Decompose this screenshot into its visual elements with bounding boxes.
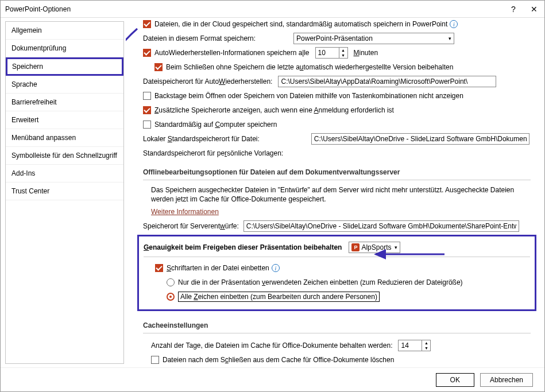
spin-down-icon[interactable]: ▼ — [339, 53, 347, 58]
local-default-loc-row: Lokaler Standardspeicherort für Datei: — [143, 133, 531, 145]
section-fidelity-heading-row: Genauigkeit beim Freigeben dieser Präsen… — [144, 242, 530, 257]
cache-days-spinner[interactable]: ▲▼ — [398, 340, 431, 351]
personal-templates-label: Standardspeicherort für persönliche Vorl… — [143, 149, 283, 157]
dialog-footer: OK Abbrechen — [1, 367, 544, 391]
save-format-value: PowerPoint-Präsentation — [296, 34, 373, 42]
chevron-down-icon: ▾ — [395, 244, 397, 250]
dialog-title: PowerPoint-Optionen — [5, 5, 503, 13]
delete-on-close-label: Dateien nach dem Schließen aus dem Cache… — [163, 356, 394, 364]
save-to-computer-row: Standardmäßig auf Computer speichern — [143, 118, 531, 131]
more-info-row: Weitere Informationen — [151, 205, 531, 218]
show-additional-row: Zusätzliche Speicherorte anzeigen, auch … — [143, 104, 531, 117]
ok-button[interactable]: OK — [436, 373, 474, 387]
cancel-button[interactable]: Abbrechen — [480, 373, 533, 387]
server-drafts-label: Speicherort für Serverentwürfe: — [143, 222, 239, 230]
powerpoint-icon: P — [351, 243, 360, 251]
sidebar-item-accessibility[interactable]: Barrierefreiheit — [6, 94, 123, 111]
autorecover-loc-input[interactable] — [278, 76, 496, 87]
keep-last-autosave-row: Beim Schließen ohne Speichern die letzte… — [154, 61, 531, 73]
title-bar: PowerPoint-Optionen ? ✕ — [1, 1, 544, 18]
no-backstage-row: Backstage beim Öffnen oder Speichern von… — [143, 90, 531, 102]
sidebar-item-addins[interactable]: Add-Ins — [6, 165, 123, 183]
cloud-autosave-row: Dateien, die in der Cloud gespeichert si… — [143, 20, 531, 30]
embed-fonts-checkbox[interactable] — [155, 264, 163, 272]
help-button[interactable]: ? — [503, 1, 524, 18]
autorecover-minutes-spinner[interactable]: ▲▼ — [315, 47, 348, 59]
sidebar-item-ribbon[interactable]: Menüband anpassen — [6, 129, 123, 147]
no-backstage-label: Backstage beim Öffnen oder Speichern von… — [154, 92, 463, 100]
local-default-loc-label: Lokaler Standardspeicherort für Datei: — [143, 135, 260, 143]
embed-all-row: Alle Zeichen einbetten (zum Bearbeiten d… — [167, 290, 530, 303]
section-fidelity-heading: Genauigkeit beim Freigeben dieser Präsen… — [144, 243, 342, 251]
delete-on-close-checkbox[interactable] — [151, 356, 159, 364]
server-drafts-row: Speicherort für Serverentwürfe: — [143, 220, 531, 232]
embed-only-used-row: Nur die in der Präsentation verwendeten … — [167, 276, 530, 289]
options-sidebar: Allgemein Dokumentprüfung Speichern Spra… — [5, 21, 124, 364]
embed-only-used-radio[interactable] — [167, 278, 175, 286]
section-offline-heading: Offlinebearbeitungsoptionen für Dateien … — [143, 161, 531, 180]
spin-up-icon[interactable]: ▲ — [422, 340, 430, 346]
delete-on-close-row: Dateien nach dem Schließen aus dem Cache… — [151, 354, 531, 366]
keep-last-autosave-checkbox[interactable] — [154, 63, 163, 71]
spin-down-icon[interactable]: ▼ — [422, 346, 430, 351]
embed-fonts-label: Schriftarten in der Datei einbetten — [167, 264, 269, 272]
chevron-down-icon: ▾ — [449, 36, 451, 41]
embed-all-radio[interactable] — [167, 293, 175, 301]
autorecover-loc-row: Dateispeicherort für AutoWiederherstelle… — [143, 75, 531, 88]
save-format-label: Dateien in diesem Format speichern: — [143, 34, 256, 42]
save-format-row: Dateien in diesem Format speichern: Powe… — [143, 32, 531, 45]
save-format-dropdown[interactable]: PowerPoint-Präsentation ▾ — [293, 33, 454, 44]
options-content: Dateien, die in der Cloud gespeichert si… — [126, 20, 544, 367]
info-icon[interactable]: i — [450, 20, 458, 28]
cache-days-row: Anzahl der Tage, die Dateien im Cache fü… — [151, 339, 531, 352]
sidebar-item-general[interactable]: Allgemein — [6, 22, 123, 40]
info-icon[interactable]: i — [272, 264, 280, 272]
spin-up-icon[interactable]: ▲ — [339, 48, 347, 53]
save-to-computer-label: Standardmäßig auf Computer speichern — [154, 121, 277, 129]
embed-fonts-row: Schriftarten in der Datei einbetten i — [155, 262, 530, 274]
autorecover-minutes-input[interactable] — [315, 47, 339, 59]
show-additional-label: Zusätzliche Speicherorte anzeigen, auch … — [154, 106, 394, 114]
server-drafts-input[interactable] — [243, 220, 519, 232]
save-to-computer-checkbox[interactable] — [143, 121, 151, 129]
cache-days-label: Anzahl der Tage, die Dateien im Cache fü… — [151, 341, 392, 350]
cache-days-input[interactable] — [398, 340, 422, 351]
sidebar-item-quickaccess[interactable]: Symbolleiste für den Schnellzugriff — [6, 147, 123, 165]
personal-templates-row: Standardspeicherort für persönliche Vorl… — [143, 147, 531, 160]
close-button[interactable]: ✕ — [524, 1, 544, 18]
cloud-autosave-label: Dateien, die in der Cloud gespeichert si… — [154, 20, 447, 28]
show-additional-checkbox[interactable] — [143, 106, 151, 114]
no-backstage-checkbox[interactable] — [143, 92, 151, 100]
autorecover-row: AutoWiederherstellen-Informationen speic… — [143, 46, 531, 59]
embed-all-label: Alle Zeichen einbetten (zum Bearbeiten d… — [178, 292, 380, 302]
section-cache-heading: Cacheeinstellungen — [143, 315, 531, 333]
more-info-link[interactable]: Weitere Informationen — [151, 208, 219, 216]
fidelity-presentation-dropdown[interactable]: P AlpSports ▾ — [349, 242, 400, 253]
sidebar-item-proofing[interactable]: Dokumentprüfung — [6, 40, 123, 57]
sidebar-item-trustcenter[interactable]: Trust Center — [6, 183, 123, 200]
local-default-loc-input[interactable] — [311, 133, 529, 145]
autorecover-loc-label: Dateispeicherort für AutoWiederherstelle… — [143, 77, 272, 86]
sidebar-item-save[interactable]: Speichern — [6, 57, 123, 76]
sidebar-item-advanced[interactable]: Erweitert — [6, 111, 123, 129]
cloud-autosave-checkbox[interactable] — [143, 20, 151, 28]
keep-last-autosave-label: Beim Schließen ohne Speichern die letzte… — [166, 63, 453, 71]
sidebar-item-language[interactable]: Sprache — [6, 76, 123, 94]
fidelity-highlight-box: Genauigkeit beim Freigeben dieser Präsen… — [137, 235, 536, 311]
offline-note: Das Speichern ausgecheckter Dateien in "… — [151, 186, 531, 204]
autorecover-unit: Minuten — [354, 49, 378, 57]
fidelity-presentation-value: AlpSports — [361, 243, 391, 251]
embed-only-used-label: Nur die in der Präsentation verwendeten … — [178, 278, 463, 286]
autorecover-checkbox[interactable] — [143, 49, 151, 57]
autorecover-label: AutoWiederherstellen-Informationen speic… — [154, 49, 310, 57]
